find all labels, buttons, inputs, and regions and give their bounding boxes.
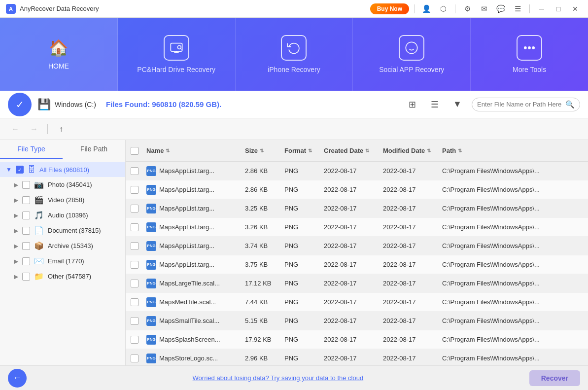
table-row[interactable]: PNG MapsAppList.targ... 2.86 KB PNG 2022… xyxy=(126,162,588,180)
select-all-checkbox[interactable] xyxy=(131,147,138,155)
up-arrow-button[interactable]: ↑ xyxy=(54,122,69,137)
row-checkbox-2[interactable] xyxy=(131,205,146,213)
tab-file-type[interactable]: File Type xyxy=(0,140,63,159)
grid-view-button[interactable]: ⊞ xyxy=(404,96,420,113)
row-checkbox-9[interactable] xyxy=(131,336,146,344)
nav-iphone-recovery[interactable]: iPhone Recovery xyxy=(236,18,353,91)
row-checkbox-4[interactable] xyxy=(131,242,146,250)
table-row[interactable]: PNG MapsAppList.targ... 2.86 KB PNG 2022… xyxy=(126,180,588,199)
row-modified-10: 2022-08-17 xyxy=(383,355,442,362)
png-icon-0: PNG xyxy=(146,166,156,176)
sidebar-item-all-files[interactable]: ▼ ✓ 🗄 All Files (960810) xyxy=(0,162,125,177)
row-checkbox-0[interactable] xyxy=(131,167,146,175)
png-icon-1: PNG xyxy=(146,185,156,195)
row-checkbox-10[interactable] xyxy=(131,355,146,362)
sidebar-item-audio[interactable]: ▶ 🎵 Audio (10396) xyxy=(0,208,125,223)
png-icon-2: PNG xyxy=(146,204,156,213)
photo-check[interactable] xyxy=(22,181,30,189)
chat-icon[interactable]: 💬 xyxy=(494,2,508,16)
row-checkbox-5[interactable] xyxy=(131,261,146,269)
col-header-format[interactable]: Format ⇅ xyxy=(284,147,324,154)
nav-home[interactable]: 🏠 HOME xyxy=(0,18,118,91)
table-row[interactable]: PNG MapsSmallTile.scal... 5.15 KB PNG 20… xyxy=(126,312,588,330)
created-sort-icon: ⇅ xyxy=(365,148,369,153)
audio-check[interactable] xyxy=(22,212,30,219)
file-table: Name ⇅ Size ⇅ Format ⇅ Created Date ⇅ Mo… xyxy=(126,140,588,365)
back-button[interactable]: ← xyxy=(8,369,27,388)
table-row[interactable]: PNG MapsMedTile.scal... 7.44 KB PNG 2022… xyxy=(126,293,588,312)
nav-pc-recovery[interactable]: PC&Hard Drive Recovery xyxy=(118,18,236,91)
row-created-7: 2022-08-17 xyxy=(324,298,383,306)
scan-complete-badge: ✓ xyxy=(8,93,32,116)
document-check[interactable] xyxy=(22,227,30,235)
sidebar-item-email[interactable]: ▶ ✉️ Email (1770) xyxy=(0,253,125,269)
maximize-button[interactable]: □ xyxy=(552,2,565,16)
row-checkbox-1[interactable] xyxy=(131,186,146,194)
email-label: Email (1770) xyxy=(48,257,119,265)
mail-icon[interactable]: ✉ xyxy=(477,2,491,16)
buy-now-button[interactable]: Buy Now xyxy=(370,3,409,14)
close-button[interactable]: ✕ xyxy=(568,2,582,16)
discord-icon[interactable]: ⬡ xyxy=(436,2,450,16)
table-row[interactable]: PNG MapsSplashScreen... 17.92 KB PNG 202… xyxy=(126,330,588,349)
audio-icon: 🎵 xyxy=(34,211,44,220)
filter-button[interactable]: ▼ xyxy=(449,96,466,113)
minimize-button[interactable]: ─ xyxy=(535,2,549,16)
sidebar-content: ▼ ✓ 🗄 All Files (960810) ▶ 📷 Photo (3450… xyxy=(0,159,125,365)
sidebar-item-video[interactable]: ▶ 🎬 Video (2858) xyxy=(0,192,125,208)
row-size-1: 2.86 KB xyxy=(245,186,284,193)
archive-check[interactable] xyxy=(22,242,30,250)
avatar-icon[interactable]: 👤 xyxy=(419,2,433,16)
nav-more-tools[interactable]: More Tools xyxy=(471,18,588,91)
sidebar-item-photo[interactable]: ▶ 📷 Photo (345041) xyxy=(0,177,125,192)
row-name-9: PNG MapsSplashScreen... xyxy=(146,335,245,345)
other-label: Other (547587) xyxy=(48,273,119,280)
col-header-name[interactable]: Name ⇅ xyxy=(146,147,245,154)
row-path-10: C:\Program Files\WindowsApps\... xyxy=(442,355,583,362)
row-checkbox-8[interactable] xyxy=(131,317,146,325)
video-label: Video (2858) xyxy=(48,196,119,204)
row-checkbox-3[interactable] xyxy=(131,223,146,231)
col-header-size[interactable]: Size ⇅ xyxy=(245,147,284,154)
back-arrow-button[interactable]: ← xyxy=(8,122,23,137)
table-row[interactable]: PNG MapsAppList.targ... 3.26 KB PNG 2022… xyxy=(126,218,588,237)
list-view-button[interactable]: ☰ xyxy=(426,96,443,113)
row-checkbox-7[interactable] xyxy=(131,298,146,306)
png-icon-8: PNG xyxy=(146,316,156,326)
table-row[interactable]: PNG MapsStoreLogo.sc... 2.96 KB PNG 2022… xyxy=(126,349,588,365)
col-header-modified[interactable]: Modified Date ⇅ xyxy=(383,147,442,154)
nav-social-app[interactable]: Social APP Recovery xyxy=(353,18,471,91)
file-table-body: PNG MapsAppList.targ... 2.86 KB PNG 2022… xyxy=(126,162,588,365)
menu-icon[interactable]: ☰ xyxy=(511,2,524,16)
files-found: Files Found: 960810 (820.59 GB). xyxy=(106,100,221,108)
other-check[interactable] xyxy=(22,273,30,281)
sidebar-item-other[interactable]: ▶ 📁 Other (547587) xyxy=(0,269,125,284)
tab-file-path[interactable]: File Path xyxy=(63,140,125,159)
row-created-8: 2022-08-17 xyxy=(324,317,383,324)
search-input[interactable] xyxy=(477,101,562,108)
table-row[interactable]: PNG MapsAppList.targ... 3.75 KB PNG 2022… xyxy=(126,255,588,274)
settings-icon[interactable]: ⚙ xyxy=(460,2,474,16)
email-check[interactable] xyxy=(22,257,30,265)
svg-point-5 xyxy=(528,47,530,49)
row-checkbox-6[interactable] xyxy=(131,280,146,287)
png-icon-9: PNG xyxy=(146,335,156,345)
table-row[interactable]: PNG MapsAppList.targ... 3.74 KB PNG 2022… xyxy=(126,237,588,255)
all-files-check[interactable]: ✓ xyxy=(16,166,24,174)
table-row[interactable]: PNG MapsLargeTile.scal... 17.12 KB PNG 2… xyxy=(126,274,588,293)
video-check[interactable] xyxy=(22,196,30,204)
table-row[interactable]: PNG MapsAppList.targ... 3.25 KB PNG 2022… xyxy=(126,199,588,218)
recover-button[interactable]: Recover xyxy=(529,370,580,386)
cloud-link[interactable]: Worried about losing data? Try saving yo… xyxy=(193,374,364,382)
sidebar-item-archive[interactable]: ▶ 📦 Archive (15343) xyxy=(0,238,125,253)
row-format-8: PNG xyxy=(284,317,324,324)
sidebar-item-document[interactable]: ▶ 📄 Document (37815) xyxy=(0,223,125,238)
more-tools-label: More Tools xyxy=(513,66,546,73)
col-header-created[interactable]: Created Date ⇅ xyxy=(324,147,383,154)
col-header-path[interactable]: Path ⇅ xyxy=(442,147,583,154)
path-sort-icon: ⇅ xyxy=(458,148,462,153)
home-nav-label: HOME xyxy=(48,62,69,70)
forward-arrow-button[interactable]: → xyxy=(27,122,41,137)
row-size-2: 3.25 KB xyxy=(245,205,284,212)
row-size-3: 3.26 KB xyxy=(245,223,284,231)
